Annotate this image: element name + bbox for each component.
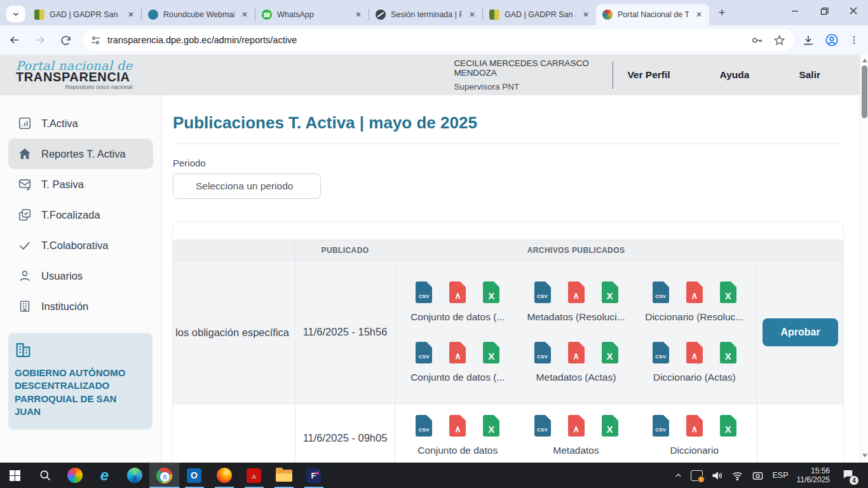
tab-gad-2[interactable]: GAD | GADPR San Jua ✕ (483, 4, 596, 25)
action-center-button[interactable]: 4 (842, 468, 854, 482)
sidebar-item-t-activa[interactable]: T.Activa (8, 108, 153, 139)
salir-link[interactable]: Salir (799, 69, 820, 81)
system-tray: ESP 15:56 11/6/2025 4 (674, 466, 868, 484)
pdf-file-icon[interactable]: ∧ (686, 342, 703, 363)
pdf-file-icon[interactable]: ∧ (568, 415, 585, 437)
excel-file-icon[interactable]: X (602, 415, 618, 437)
scroll-up-arrow[interactable] (860, 56, 868, 65)
sidebar-item-t-pasiva[interactable]: T. Pasiva (8, 169, 153, 200)
tab-portal-nacional-active[interactable]: Portal Nacional de Tra ✕ (596, 4, 709, 25)
csv-file-icon[interactable]: CSV (534, 415, 551, 437)
sidebar-item-label: T.Colaborativa (41, 240, 108, 252)
downloads-icon[interactable] (802, 34, 815, 46)
close-tab-icon[interactable]: ✕ (353, 10, 363, 20)
meet-now-icon[interactable] (752, 470, 764, 482)
sidebar-item-t-focalizada[interactable]: T.Focalizada (8, 200, 153, 230)
csv-file-icon[interactable]: CSV (534, 281, 551, 303)
page-scrollbar[interactable] (860, 55, 868, 463)
tab-search-button[interactable] (6, 6, 25, 22)
tab-whatsapp[interactable]: ☎ WhatsApp ✕ (255, 4, 369, 25)
tab-gad-1[interactable]: GAD | GADPR San Jua ✕ (28, 4, 141, 25)
csv-file-icon[interactable]: CSV (653, 415, 669, 437)
close-tab-icon[interactable]: ✕ (581, 10, 591, 20)
volume-icon[interactable] (711, 470, 723, 482)
period-select-value: Selecciona un periodo (196, 180, 293, 192)
reload-button[interactable] (55, 29, 76, 51)
taskbar-outlook-button[interactable]: O (179, 463, 209, 488)
sidebar-item-reportes-t-activa[interactable]: Reportes T. Activa (8, 139, 153, 169)
file-group-label: Conjunto de datos (417, 445, 498, 456)
taskbar-chrome-button[interactable] (149, 463, 179, 488)
ayuda-link[interactable]: Ayuda (720, 69, 750, 81)
taskbar-edge-button[interactable] (119, 463, 149, 488)
notification-count-badge: 4 (850, 476, 858, 485)
back-button[interactable] (4, 29, 25, 51)
page-title: Publicaciones T. Activa | mayo de 2025 (173, 113, 843, 133)
passkey-icon[interactable] (750, 34, 763, 47)
csv-file-icon[interactable]: CSV (653, 342, 669, 363)
institution-card[interactable]: GOBIERNO AUTÓNOMO DESCENTRALIZADO PARROQ… (8, 333, 153, 430)
close-tab-icon[interactable]: ✕ (694, 10, 704, 20)
csv-file-icon[interactable]: CSV (416, 342, 432, 363)
file-group: CSV ∧ X Diccionario (Actas) (639, 342, 750, 383)
csv-file-icon[interactable]: CSV (653, 281, 669, 303)
start-button[interactable] (0, 463, 30, 488)
taskbar-app-f-button[interactable]: F (299, 463, 329, 488)
sidebar-item-institucion[interactable]: Institución (8, 291, 153, 322)
excel-file-icon[interactable]: X (720, 342, 736, 363)
taskbar-copilot-button[interactable] (60, 463, 90, 488)
excel-file-icon[interactable]: X (720, 281, 736, 303)
pdf-file-icon[interactable]: ∧ (568, 342, 585, 363)
close-tab-icon[interactable]: ✕ (126, 10, 136, 20)
close-tab-icon[interactable]: ✕ (240, 10, 250, 20)
ver-perfil-link[interactable]: Ver Perfil (627, 69, 670, 81)
sidebar-item-usuarios[interactable]: Usuarios (8, 261, 153, 291)
tray-expand-icon[interactable] (674, 471, 682, 480)
sidebar-item-t-colaborativa[interactable]: T.Colaborativa (8, 230, 153, 261)
pdf-file-icon[interactable]: ∧ (449, 342, 466, 363)
bookmark-star-icon[interactable] (773, 34, 785, 46)
minimize-button[interactable] (780, 0, 810, 22)
url-text[interactable]: transparencia.dpe.gob.ec/admin/reports/a… (107, 35, 750, 45)
restore-button[interactable] (810, 0, 839, 22)
site-info-icon[interactable] (90, 35, 101, 46)
excel-file-icon[interactable]: X (483, 415, 499, 437)
tab-roundcube[interactable]: Roundcube Webmail ✕ (142, 4, 255, 25)
pdf-file-icon[interactable]: ∧ (449, 415, 466, 437)
pdf-file-icon[interactable]: ∧ (686, 281, 703, 303)
csv-file-icon[interactable]: CSV (416, 281, 432, 303)
period-select[interactable]: Selecciona un periodo (173, 173, 321, 199)
forward-button[interactable] (29, 29, 51, 51)
excel-file-icon[interactable]: X (483, 342, 499, 363)
profile-avatar-icon[interactable] (825, 33, 839, 47)
excel-file-icon[interactable]: X (483, 281, 499, 303)
excel-file-icon[interactable]: X (720, 415, 736, 437)
taskbar-explorer-button[interactable] (269, 463, 299, 488)
new-tab-button[interactable]: + (713, 4, 731, 22)
taskbar-firefox-button[interactable] (209, 463, 239, 488)
tray-app-notification-icon[interactable] (691, 470, 703, 481)
csv-file-icon[interactable]: CSV (534, 342, 551, 363)
wifi-icon[interactable] (731, 470, 743, 482)
close-window-button[interactable] (839, 0, 868, 22)
menu-dots-icon[interactable] (849, 35, 859, 45)
clock[interactable]: 15:56 11/6/2025 (797, 466, 831, 484)
excel-file-icon[interactable]: X (602, 342, 618, 363)
csv-file-icon[interactable]: CSV (416, 415, 432, 437)
file-group: CSV ∧ X Conjunto de datos (... (402, 342, 513, 383)
pdf-file-icon[interactable]: ∧ (686, 415, 703, 437)
tab-sesion-terminada[interactable]: Sesión terminada | Pa ✕ (369, 4, 482, 25)
taskbar-ie-button[interactable]: e (90, 463, 119, 488)
pdf-file-icon[interactable]: ∧ (568, 281, 585, 303)
edge-icon (127, 468, 142, 483)
taskbar-search-button[interactable] (30, 463, 60, 488)
excel-file-icon[interactable]: X (602, 281, 618, 303)
address-bar[interactable]: transparencia.dpe.gob.ec/admin/reports/a… (83, 29, 794, 51)
language-indicator[interactable]: ESP (772, 471, 788, 480)
taskbar-acrobat-button[interactable]: ▵ (239, 463, 269, 488)
close-tab-icon[interactable]: ✕ (467, 10, 477, 20)
scrollbar-thumb[interactable] (862, 65, 867, 118)
aprobar-button[interactable]: Aprobar (763, 318, 838, 346)
pdf-file-icon[interactable]: ∧ (449, 281, 466, 303)
scroll-down-arrow[interactable] (860, 451, 868, 460)
